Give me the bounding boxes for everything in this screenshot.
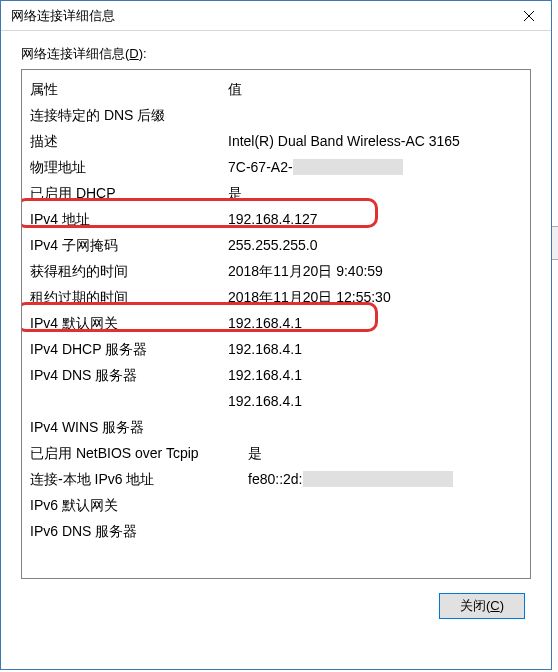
table-row[interactable]: 租约过期的时间 2018年11月20日 12:55:30 bbox=[30, 284, 522, 310]
val-ipv6-linklocal: fe80::2d: bbox=[248, 466, 522, 492]
background-fragment bbox=[552, 226, 558, 260]
table-row[interactable]: IPv4 地址 192.168.4.127 bbox=[30, 206, 522, 232]
val-ipv4-gateway: 192.168.4.1 bbox=[228, 310, 522, 336]
prop-netbios: 已启用 NetBIOS over Tcpip bbox=[30, 440, 248, 466]
val-lease-obtained: 2018年11月20日 9:40:59 bbox=[228, 258, 522, 284]
table-row[interactable]: IPv4 DNS 服务器 192.168.4.1 bbox=[30, 362, 522, 388]
prop-dns-suffix: 连接特定的 DNS 后缀 bbox=[30, 102, 228, 128]
prop-lease-expires: 租约过期的时间 bbox=[30, 284, 228, 310]
dialog-window: 网络连接详细信息 网络连接详细信息(D): 属性 值 连接特定的 DNS 后缀 … bbox=[0, 0, 552, 670]
table-row[interactable]: 连接-本地 IPv6 地址 fe80::2d: bbox=[30, 466, 522, 492]
val-netbios: 是 bbox=[248, 440, 522, 466]
prop-lease-obtained: 获得租约的时间 bbox=[30, 258, 228, 284]
prop-description: 描述 bbox=[30, 128, 228, 154]
val-ipv4-dhcp-server: 192.168.4.1 bbox=[228, 336, 522, 362]
table-row[interactable]: IPv6 DNS 服务器 bbox=[30, 518, 522, 544]
close-icon[interactable] bbox=[507, 1, 551, 30]
table-row[interactable]: IPv4 子网掩码 255.255.255.0 bbox=[30, 232, 522, 258]
prop-ipv6-dns: IPv6 DNS 服务器 bbox=[30, 518, 228, 544]
val-ipv4-dns-server: 192.168.4.1 bbox=[228, 362, 522, 388]
prop-ipv6-linklocal: 连接-本地 IPv6 地址 bbox=[30, 466, 248, 492]
table-row[interactable]: 描述 Intel(R) Dual Band Wireless-AC 3165 bbox=[30, 128, 522, 154]
prop-ipv6-gateway: IPv6 默认网关 bbox=[30, 492, 228, 518]
val-ipv6-gateway bbox=[228, 492, 522, 518]
section-label-text: 网络连接详细信息( bbox=[21, 46, 129, 61]
prop-ipv4-wins: IPv4 WINS 服务器 bbox=[30, 414, 228, 440]
table-row[interactable]: 已启用 DHCP 是 bbox=[30, 180, 522, 206]
header-value: 值 bbox=[228, 76, 522, 102]
window-title: 网络连接详细信息 bbox=[11, 7, 507, 25]
val-ipv4-addr: 192.168.4.127 bbox=[228, 206, 522, 232]
table-row[interactable]: IPv4 默认网关 192.168.4.1 bbox=[30, 310, 522, 336]
header-property: 属性 bbox=[30, 76, 228, 102]
prop-ipv4-dhcp-server: IPv4 DHCP 服务器 bbox=[30, 336, 228, 362]
close-button-hotkey: C bbox=[490, 598, 499, 613]
val-description: Intel(R) Dual Band Wireless-AC 3165 bbox=[228, 128, 522, 154]
button-bar: 关闭(C) bbox=[21, 579, 531, 619]
close-button-prefix: 关闭( bbox=[460, 598, 490, 613]
close-button[interactable]: 关闭(C) bbox=[439, 593, 525, 619]
table-row[interactable]: IPv4 DHCP 服务器 192.168.4.1 bbox=[30, 336, 522, 362]
prop-ipv4-addr: IPv4 地址 bbox=[30, 206, 228, 232]
prop-ipv4-dns-server-2 bbox=[30, 388, 228, 414]
section-label-hotkey: D bbox=[129, 46, 138, 61]
table-row[interactable]: 192.168.4.1 bbox=[30, 388, 522, 414]
table-row[interactable]: 连接特定的 DNS 后缀 bbox=[30, 102, 522, 128]
table-row[interactable]: 物理地址 7C-67-A2- bbox=[30, 154, 522, 180]
section-label-suffix: ): bbox=[139, 46, 147, 61]
val-dns-suffix bbox=[228, 102, 522, 128]
prop-ipv4-mask: IPv4 子网掩码 bbox=[30, 232, 228, 258]
val-ipv6-dns bbox=[228, 518, 522, 544]
val-lease-expires: 2018年11月20日 12:55:30 bbox=[228, 284, 522, 310]
val-ipv4-wins bbox=[228, 414, 522, 440]
prop-dhcp-enabled: 已启用 DHCP bbox=[30, 180, 228, 206]
header-row: 属性 值 bbox=[30, 76, 522, 102]
table-row[interactable]: 已启用 NetBIOS over Tcpip 是 bbox=[30, 440, 522, 466]
titlebar: 网络连接详细信息 bbox=[1, 1, 551, 31]
val-mac: 7C-67-A2- bbox=[228, 154, 522, 180]
prop-ipv4-gateway: IPv4 默认网关 bbox=[30, 310, 228, 336]
table-row[interactable]: IPv4 WINS 服务器 bbox=[30, 414, 522, 440]
section-label: 网络连接详细信息(D): bbox=[21, 45, 531, 63]
prop-ipv4-dns-server: IPv4 DNS 服务器 bbox=[30, 362, 228, 388]
dialog-content: 网络连接详细信息(D): 属性 值 连接特定的 DNS 后缀 描述 Intel(… bbox=[1, 31, 551, 629]
val-ipv4-dns-server-2: 192.168.4.1 bbox=[228, 388, 522, 414]
table-row[interactable]: IPv6 默认网关 bbox=[30, 492, 522, 518]
details-list[interactable]: 属性 值 连接特定的 DNS 后缀 描述 Intel(R) Dual Band … bbox=[21, 69, 531, 579]
close-button-suffix: ) bbox=[500, 598, 504, 613]
prop-mac: 物理地址 bbox=[30, 154, 228, 180]
val-dhcp-enabled: 是 bbox=[228, 180, 522, 206]
table-row[interactable]: 获得租约的时间 2018年11月20日 9:40:59 bbox=[30, 258, 522, 284]
val-ipv4-mask: 255.255.255.0 bbox=[228, 232, 522, 258]
